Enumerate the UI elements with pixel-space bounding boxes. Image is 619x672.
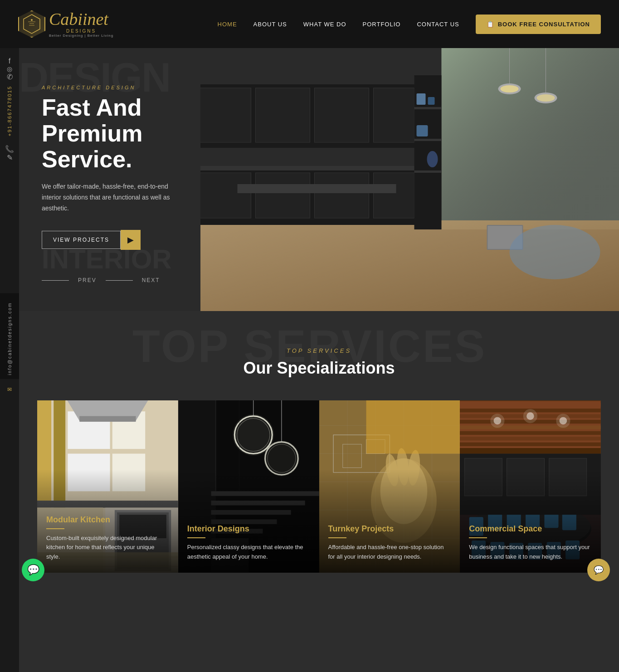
card-title-turnkey: Turnkey Projects [328,524,451,534]
hero-content: DESIGN ARCHITECTURE DESIGN Fast And Prem… [19,48,200,311]
svg-point-26 [537,94,555,102]
card-underline [187,537,205,538]
svg-rect-13 [315,173,369,218]
svg-point-1 [31,19,33,21]
nav-portfolio[interactable]: PORTFOLIO [363,21,401,28]
svg-rect-14 [374,173,414,218]
email-text: info@cabinetdesigns.com [7,302,12,375]
logo[interactable]: Cabiinet DESIGNS Better Designing | Bett… [18,10,113,38]
phone-number: +91-8667478015 [7,86,12,136]
svg-point-23 [501,85,519,93]
svg-rect-18 [315,88,369,142]
chat-icon: 💬 [594,565,604,575]
whatsapp-float-button[interactable]: 💬 [22,559,44,581]
svg-point-34 [427,151,438,167]
prev-button[interactable]: PREV [78,277,97,283]
prev-line [42,280,69,281]
card-turnkey-projects[interactable]: Turnkey Projects Affordable and hassle-f… [319,400,460,573]
svg-rect-12 [256,173,310,218]
card-desc-turnkey: Affordable and hassle-free one-stop solu… [328,543,451,562]
chat-float-button[interactable]: 💬 [587,559,610,581]
svg-rect-10 [200,166,419,170]
card-underline [469,537,487,538]
specialization-cards: Modular Kitchen Custom-built exquisitely… [37,400,601,573]
navbar: Cabiinet DESIGNS Better Designing | Bett… [0,0,619,48]
cta-label: BOOK FREE CONSULTATION [498,21,590,28]
card-underline [46,528,64,529]
svg-rect-28 [414,107,442,109]
card-content-turnkey: Turnkey Projects Affordable and hassle-f… [319,513,460,573]
hero-image [200,48,619,311]
brand-suffix: DESIGNS [49,29,113,34]
svg-rect-20 [238,184,396,193]
brand-name: Cabiinet [49,10,113,28]
card-interior-designs[interactable]: Interior Designs Personalized classy des… [178,400,319,573]
hero-bg-text: DESIGN [19,57,170,98]
whatsapp-sidebar-icon[interactable]: ✆ [7,73,13,81]
card-commercial-space[interactable]: Commercial Space We design functional sp… [460,400,601,573]
svg-rect-16 [200,88,251,142]
card-underline [328,537,346,538]
card-modular-kitchen[interactable]: Modular Kitchen Custom-built exquisitely… [37,400,178,573]
facebook-icon[interactable]: f [9,57,10,65]
nav-about[interactable]: ABOUT US [253,21,287,28]
section-label: TOP SERVICES [37,347,601,354]
svg-rect-7 [442,48,619,229]
svg-marker-0 [24,15,40,34]
card-desc-kitchen: Custom-built exquisitely designed modula… [46,534,169,562]
svg-rect-29 [414,139,442,141]
view-projects-button[interactable]: VIEW PROJECTS [42,231,121,249]
cta-arrow-button[interactable]: ▶ [121,230,141,250]
card-content-kitchen: Modular Kitchen Custom-built exquisitely… [37,504,178,573]
svg-rect-33 [417,125,428,136]
nav-what-we-do[interactable]: WHAT WE DO [303,21,346,28]
phone-icon[interactable]: 📞 [5,145,14,153]
book-consultation-button[interactable]: 📋 BOOK FREE CONSULTATION [476,15,601,34]
edit-icon[interactable]: ✎ [7,153,13,162]
svg-rect-31 [417,93,426,105]
next-line [106,280,133,281]
hero-pagination: PREV NEXT [42,277,182,283]
svg-rect-17 [256,88,310,142]
card-content-commercial: Commercial Space We design functional sp… [460,513,601,573]
hero-title: Fast And Premium Service. [42,95,182,173]
svg-rect-11 [200,173,251,218]
hero-description: We offer tailor-made, hassle-free, end-t… [42,181,182,214]
section-title: Our Specializations [37,359,601,378]
svg-point-37 [510,225,600,279]
nav-links: HOME ABOUT US WHAT WE DO PORTFOLIO CONTA… [218,15,601,34]
instagram-icon[interactable]: ◎ [7,65,12,73]
svg-rect-32 [428,97,435,105]
svg-rect-19 [374,88,414,142]
card-desc-interior: Personalized classy designs that elevate… [187,543,310,562]
logo-hexagon-icon [18,10,45,38]
hero-section: DESIGN ARCHITECTURE DESIGN Fast And Prem… [19,48,619,311]
hero-kitchen-svg [200,48,619,311]
nav-home[interactable]: HOME [218,21,237,28]
card-title-commercial: Commercial Space [469,524,592,534]
card-desc-commercial: We design functional spaces that support… [469,543,592,562]
email-icon: ✉ [7,386,12,392]
next-button[interactable]: NEXT [142,277,160,283]
hero-arch-label: ARCHITECTURE DESIGN [42,85,182,90]
specializations-section: TOP SERVICES TOP SERVICES Our Specializa… [0,311,619,600]
nav-contact[interactable]: CONTACT US [417,21,459,28]
brand-tagline: Better Designing | Better Living [49,34,113,38]
whatsapp-icon: 💬 [27,564,39,576]
cta-icon: 📋 [487,21,494,28]
card-title-interior: Interior Designs [187,524,310,534]
card-content-interior: Interior Designs Personalized classy des… [178,513,319,573]
hero-cta-group: VIEW PROJECTS ▶ [42,230,141,250]
card-title-kitchen: Modular Kitchen [46,515,169,525]
svg-rect-30 [414,170,442,173]
